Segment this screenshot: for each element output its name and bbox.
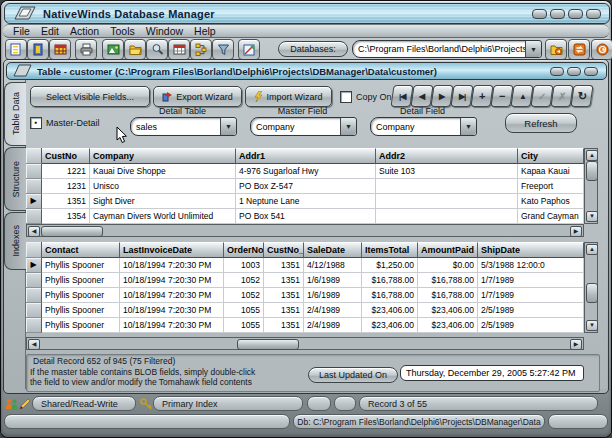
hscroll-thumb[interactable] bbox=[237, 339, 299, 350]
menu-tools[interactable]: Tools bbox=[110, 25, 135, 37]
cell-addr2[interactable] bbox=[376, 179, 518, 194]
databases-button[interactable]: Databases: bbox=[278, 41, 348, 57]
cell-orderno[interactable]: 1055 bbox=[224, 318, 264, 333]
cell-custno1[interactable]: 1351 bbox=[264, 273, 304, 288]
search-button[interactable] bbox=[146, 39, 168, 60]
cell-itemstotal[interactable]: $1,250.00 bbox=[362, 258, 418, 273]
cell-custno1[interactable]: 1351 bbox=[264, 288, 304, 303]
view-data-button[interactable] bbox=[27, 39, 49, 60]
cell-amountpaid[interactable]: $23,406.00 bbox=[418, 303, 478, 318]
column-header-contact[interactable]: Contact bbox=[42, 242, 120, 258]
column-header-city[interactable]: City bbox=[518, 148, 584, 164]
cell-shipdate[interactable]: 2/5/1989 bbox=[478, 303, 584, 318]
cell-amountpaid[interactable]: $0.00 bbox=[418, 258, 478, 273]
column-header-addr2[interactable]: Addr2 bbox=[376, 148, 518, 164]
cell-company[interactable]: Sight Diver bbox=[90, 194, 236, 209]
cell-company[interactable]: Kauai Dive Shoppe bbox=[90, 164, 236, 179]
window-button-2[interactable] bbox=[550, 9, 565, 19]
vscroll-thumb[interactable] bbox=[586, 161, 598, 181]
databases-combo[interactable]: C:\Program Files\Borland\Delphi6\Project… bbox=[352, 40, 542, 58]
cell-itemstotal[interactable]: $23,406.00 bbox=[362, 303, 418, 318]
scroll-up-icon[interactable]: ▲ bbox=[586, 244, 598, 255]
menu-edit[interactable]: Edit bbox=[41, 25, 59, 37]
master-field-arrow-icon[interactable]: ▼ bbox=[340, 118, 356, 135]
filter-button[interactable] bbox=[212, 39, 234, 60]
cell-contact[interactable]: Phyllis Spooner bbox=[42, 258, 120, 273]
cell-orderno[interactable]: 1052 bbox=[224, 273, 264, 288]
cell-contact[interactable]: Phyllis Spooner bbox=[42, 303, 120, 318]
cell-custno1[interactable]: 1351 bbox=[264, 318, 304, 333]
cell-city[interactable]: Grand Cayman bbox=[518, 209, 584, 224]
cell-addr1[interactable]: 4-976 Sugarloaf Hwy bbox=[236, 164, 376, 179]
dropdown-arrow-icon[interactable]: ▼ bbox=[525, 41, 541, 57]
cell-saledate[interactable]: 2/4/1989 bbox=[304, 318, 362, 333]
tab-table-data[interactable]: Table Data bbox=[4, 82, 26, 146]
column-header-amountpaid[interactable]: AmountPaid bbox=[418, 242, 478, 258]
cell-lastinvoicedate[interactable]: 10/18/1994 7:20:30 PM bbox=[120, 303, 224, 318]
document-titlebar[interactable]: Table - customer (C:\Program Files\Borla… bbox=[6, 62, 607, 80]
master-grid-hscrollbar[interactable]: ◀ ▶ bbox=[26, 224, 584, 237]
scroll-left-icon[interactable]: ◀ bbox=[28, 339, 40, 350]
new-table-button[interactable] bbox=[5, 39, 27, 60]
menu-file[interactable]: File bbox=[13, 25, 30, 37]
menu-help[interactable]: Help bbox=[194, 25, 216, 37]
scroll-left-icon[interactable]: ◀ bbox=[28, 226, 40, 237]
chart-design-button[interactable] bbox=[238, 39, 260, 60]
doc-window-button-2[interactable] bbox=[567, 67, 581, 76]
column-header-custno[interactable]: CustNo bbox=[42, 148, 90, 164]
cell-saledate[interactable]: 1/6/1989 bbox=[304, 288, 362, 303]
column-header-itemstotal[interactable]: ItemsTotal bbox=[362, 242, 418, 258]
cell-orderno[interactable]: 1003 bbox=[224, 258, 264, 273]
column-header-saledate[interactable]: SaleDate bbox=[304, 242, 362, 258]
scroll-right-icon[interactable]: ▶ bbox=[570, 339, 582, 350]
cell-itemstotal[interactable]: $23,406.00 bbox=[362, 318, 418, 333]
cell-addr1[interactable]: PO Box 541 bbox=[236, 209, 376, 224]
cell-lastinvoicedate[interactable]: 10/18/1994 7:20:30 PM bbox=[120, 288, 224, 303]
detail-field-combo[interactable]: Company ▼ bbox=[370, 117, 477, 136]
detail-field-arrow-icon[interactable]: ▼ bbox=[460, 118, 476, 135]
cell-city[interactable]: Kapaa Kauai bbox=[518, 164, 584, 179]
cell-addr1[interactable]: PO Box Z-547 bbox=[236, 179, 376, 194]
master-detail-checkbox[interactable]: ▪ bbox=[30, 117, 42, 129]
cell-lastinvoicedate[interactable]: 10/18/1994 7:20:30 PM bbox=[120, 273, 224, 288]
detail-grid-hscrollbar[interactable]: ◀ ▶ bbox=[26, 337, 584, 350]
cell-saledate[interactable]: 4/12/1988 bbox=[304, 258, 362, 273]
nav-refresh-button[interactable]: ↻ bbox=[570, 85, 593, 107]
hscroll-thumb[interactable] bbox=[41, 226, 103, 237]
window-button-4[interactable] bbox=[586, 9, 601, 19]
exit-button[interactable] bbox=[591, 39, 612, 60]
detail-grid-vscrollbar[interactable]: ▲ ▼ bbox=[584, 242, 598, 333]
cell-orderno[interactable]: 1055 bbox=[224, 303, 264, 318]
cell-amountpaid[interactable]: $23,406.00 bbox=[418, 318, 478, 333]
scroll-up-icon[interactable]: ▲ bbox=[586, 150, 598, 161]
menu-window[interactable]: Window bbox=[146, 25, 183, 37]
cell-custno[interactable]: 1231 bbox=[42, 179, 90, 194]
cell-custno1[interactable]: 1351 bbox=[264, 303, 304, 318]
cell-custno[interactable]: 1354 bbox=[42, 209, 90, 224]
main-titlebar[interactable]: NativeWinds Database Manager bbox=[4, 3, 610, 24]
cell-addr1[interactable]: 1 Neptune Lane bbox=[236, 194, 376, 209]
cell-orderno[interactable]: 1052 bbox=[224, 288, 264, 303]
column-header-custno1[interactable]: CustNo_1 bbox=[264, 242, 304, 258]
last-updated-field[interactable]: Thursday, December 29, 2005 5:27:42 PM bbox=[400, 365, 584, 381]
calendar-data-button[interactable] bbox=[168, 39, 190, 60]
tab-indexes[interactable]: Indexes bbox=[4, 212, 26, 270]
cell-saledate[interactable]: 1/6/1989 bbox=[304, 273, 362, 288]
cell-saledate[interactable]: 2/4/1989 bbox=[304, 303, 362, 318]
cell-custno[interactable]: 1221 bbox=[42, 164, 90, 179]
scroll-down-icon[interactable]: ▼ bbox=[586, 320, 598, 331]
column-header-lastinvoicedate[interactable]: LastInvoiceDate bbox=[120, 242, 224, 258]
select-visible-fields-button[interactable]: Select Visible Fields... bbox=[30, 86, 150, 107]
edit-table-button[interactable] bbox=[49, 39, 71, 60]
menu-action[interactable]: Action bbox=[70, 25, 99, 37]
master-field-combo[interactable]: Company ▼ bbox=[250, 117, 357, 136]
master-grid-vscrollbar[interactable]: ▲ ▼ bbox=[584, 148, 598, 224]
column-header-shipdate[interactable]: ShipDate bbox=[478, 242, 584, 258]
scroll-down-icon[interactable]: ▼ bbox=[586, 211, 598, 222]
sort-tree-button[interactable] bbox=[190, 39, 212, 60]
cell-itemstotal[interactable]: $16,788.00 bbox=[362, 273, 418, 288]
vscroll-thumb[interactable] bbox=[586, 283, 598, 303]
image-viewer-button[interactable] bbox=[102, 39, 124, 60]
detail-table-combo[interactable]: sales ▼ bbox=[130, 117, 237, 136]
print-button[interactable] bbox=[75, 39, 97, 60]
